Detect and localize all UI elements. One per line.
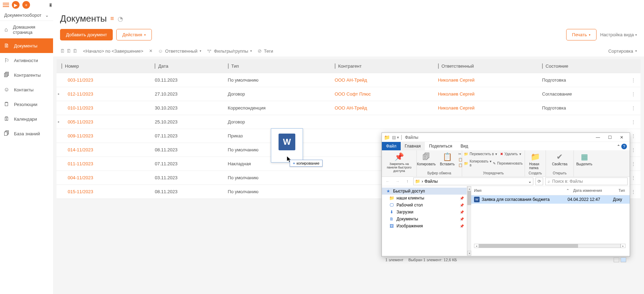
cell-counterparty[interactable]: [330, 115, 433, 129]
cell-responsible[interactable]: Николаев Сергей: [433, 87, 537, 101]
list-col-date[interactable]: Дата изменения: [570, 186, 616, 195]
new-folder-button[interactable]: 📁Новая папка: [528, 152, 542, 171]
forward-button[interactable]: →: [394, 178, 401, 185]
sidebar-item-contacts[interactable]: ☺ Контакты: [0, 82, 53, 97]
table-row[interactable]: 010-11/202330.10.2023КорреспонденцияООО …: [57, 101, 641, 115]
help-icon[interactable]: ?: [621, 144, 627, 149]
col-responsible[interactable]: Ответственный: [433, 59, 537, 73]
cell-number[interactable]: 004-11/2023: [57, 171, 150, 185]
table-row[interactable]: ▸005-11/202325.10.2023Договор⋮: [57, 115, 641, 129]
folder-icon: 📁: [384, 135, 390, 140]
table-row[interactable]: ▸012-11/202327.10.2023ДоговорООО Софт Пл…: [57, 87, 641, 101]
groups-filter[interactable]: 🝖 Фильтры/группы▾: [207, 48, 252, 54]
quick-access-toolbar[interactable]: ▤ ▾ │: [392, 135, 403, 140]
run-button[interactable]: ▶: [12, 1, 20, 9]
tags-filter[interactable]: ⊘ Теги: [258, 48, 273, 54]
date-range-filter[interactable]: <Начало> по <Завершение>: [83, 48, 143, 54]
collapse-icon[interactable]: «: [50, 3, 52, 7]
sidebar-item-activities[interactable]: ⚐ Активности: [0, 53, 53, 68]
add-button[interactable]: +: [22, 1, 30, 9]
row-menu-button[interactable]: ⋮: [626, 115, 641, 129]
cell-counterparty[interactable]: ООО АН-Трейд: [330, 101, 433, 115]
tree-scrollbar[interactable]: ▴▾: [467, 186, 471, 256]
select-button[interactable]: ▦Выделить: [576, 152, 593, 167]
icons-view-button[interactable]: [621, 257, 626, 262]
actions-button[interactable]: Действия▾: [116, 29, 152, 40]
section-label: Документооборот: [4, 13, 42, 18]
move-to-button[interactable]: 📁Переместить в ▾ ✖Удалить ▾: [464, 152, 521, 156]
tree-item[interactable]: 🗎Документы📌: [382, 216, 467, 223]
main-menu-button[interactable]: [3, 3, 9, 7]
calendar-filter-icon[interactable]: 🗓 🗓 🗓: [60, 48, 77, 54]
sidebar-item-home[interactable]: ⌂ Домашняя страница: [0, 21, 53, 38]
list-view-icon[interactable]: ≡: [110, 15, 114, 22]
list-col-type[interactable]: Тип: [616, 186, 630, 195]
col-type[interactable]: Тип: [223, 59, 330, 73]
cell-number[interactable]: ▸005-11/2023: [57, 115, 150, 129]
copy-path-button[interactable]: 📋: [458, 157, 462, 162]
responsible-filter[interactable]: ☺ Ответственный▾: [158, 48, 201, 54]
list-col-name[interactable]: Имя: [471, 186, 563, 195]
tab-file[interactable]: Файл: [382, 142, 401, 150]
tree-quick-access[interactable]: ★ Быстрый доступ: [382, 188, 467, 195]
print-button[interactable]: Печать▾: [566, 29, 597, 40]
chart-view-icon[interactable]: ◔: [118, 15, 123, 23]
row-menu-button[interactable]: ⋮: [626, 101, 641, 115]
paste-shortcut-button[interactable]: 📋: [458, 163, 462, 167]
copy-button[interactable]: 🗐Копировать: [416, 152, 436, 167]
clear-date-filter[interactable]: ✕: [149, 48, 153, 53]
cell-counterparty[interactable]: ООО АН-Трейд: [330, 73, 433, 87]
sidebar-item-resolutions[interactable]: 🗒 Резолюции: [0, 97, 53, 112]
paste-button[interactable]: 📋Вставить: [439, 152, 455, 167]
tree-item[interactable]: ⬇Загрузки📌: [382, 209, 467, 216]
cell-number[interactable]: 009-11/2023: [57, 129, 150, 143]
col-counterparty[interactable]: Контрагент: [330, 59, 433, 73]
tab-share[interactable]: Поделиться: [425, 142, 456, 150]
cell-responsible[interactable]: Николаев Сергей: [433, 73, 537, 87]
cell-number[interactable]: 003-11/2023: [57, 73, 150, 87]
add-document-button[interactable]: Добавить документ: [60, 29, 113, 40]
properties-button[interactable]: ✔Свойства: [552, 152, 568, 167]
table-row[interactable]: 003-11/202303.11.2023По умолчаниюООО АН-…: [57, 73, 641, 87]
tree-item[interactable]: 🖼Изображения📌: [382, 223, 467, 229]
cell-counterparty[interactable]: ООО Софт Плюс: [330, 87, 433, 101]
tab-home[interactable]: Главная: [401, 142, 425, 150]
close-button[interactable]: ✕: [616, 134, 628, 141]
search-box[interactable]: ⌕ Поиск в: Файлы: [545, 178, 628, 185]
col-number[interactable]: Номер: [57, 59, 150, 73]
minimize-button[interactable]: —: [592, 134, 604, 141]
cell-number[interactable]: 014-11/2023: [57, 143, 150, 157]
tree-item[interactable]: 📁наши клиенты📌: [382, 195, 467, 202]
sidebar-item-counterparties[interactable]: 🗐 Контрагенты: [0, 68, 53, 82]
cell-responsible[interactable]: Николаев Сергей: [433, 101, 537, 115]
cut-button[interactable]: ✂: [458, 152, 462, 156]
refresh-button[interactable]: ⟳: [535, 178, 543, 185]
tab-view[interactable]: Вид: [456, 142, 472, 150]
row-menu-button[interactable]: ⋮: [626, 73, 641, 87]
col-date[interactable]: Дата: [150, 59, 223, 73]
sidebar-item-knowledge[interactable]: 🗍 База знаний: [0, 126, 53, 141]
row-menu-button[interactable]: ⋮: [626, 87, 641, 101]
file-item[interactable]: W Заявка для согласования бюджета 04.04.…: [471, 195, 630, 204]
address-bar[interactable]: 📁 › Файлы ⌄: [413, 178, 533, 185]
maximize-button[interactable]: ☐: [604, 134, 616, 141]
cell-number[interactable]: 010-11/2023: [57, 101, 150, 115]
up-button[interactable]: ↑: [404, 178, 411, 185]
cell-number[interactable]: 011-11/2023: [57, 157, 150, 171]
copy-to-button[interactable]: 📁Копировать в ▾ ✎Переименовать: [464, 159, 523, 167]
pin-button[interactable]: 📌Закрепить на панели быстрого доступа: [385, 152, 413, 173]
details-view-button[interactable]: [614, 257, 619, 262]
view-settings-link[interactable]: Настройка вида▾: [600, 32, 637, 37]
sidebar-section[interactable]: Документооборот ⌄: [0, 10, 53, 21]
cell-number[interactable]: ▸012-11/2023: [57, 87, 150, 101]
cell-responsible[interactable]: [433, 115, 537, 129]
sort-button[interactable]: Сортировка▾: [608, 48, 637, 54]
h-scrollbar[interactable]: ◂▸: [474, 244, 626, 248]
tree-item[interactable]: 🖵Рабочий стол📌: [382, 202, 467, 209]
cell-number[interactable]: 015-11/2023: [57, 185, 150, 199]
back-button[interactable]: ←: [384, 178, 392, 185]
sidebar-item-documents[interactable]: 🗎 Документы: [0, 38, 53, 53]
col-state[interactable]: Состояние: [537, 59, 626, 73]
ribbon-collapse[interactable]: ⌃ ?: [614, 143, 630, 150]
sidebar-item-calendars[interactable]: 🗓 Календари: [0, 112, 53, 126]
